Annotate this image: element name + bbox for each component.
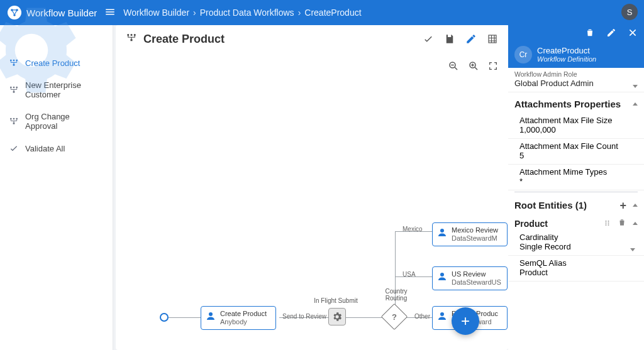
sidebar: Create Product New Enterprise Customer O… <box>0 25 113 350</box>
field-semql-alias[interactable]: SemQL Alias Product <box>508 256 644 282</box>
user-avatar[interactable]: S <box>621 4 638 20</box>
edge <box>346 317 385 318</box>
svg-point-15 <box>127 34 129 36</box>
validate-button[interactable] <box>423 33 434 45</box>
node-decision[interactable]: ? <box>381 304 408 330</box>
svg-point-7 <box>10 87 12 89</box>
workflow-icon <box>126 32 137 46</box>
canvas-header: Create Product <box>116 25 508 53</box>
close-button[interactable] <box>628 28 638 40</box>
drag-handle-icon[interactable] <box>604 219 611 229</box>
node-subtitle: DataStewardM <box>452 234 502 243</box>
svg-point-30 <box>608 222 609 224</box>
properties-title: CreateProduct <box>537 46 596 55</box>
chevron-up-icon <box>633 102 638 106</box>
breadcrumb-item[interactable]: CreateProduct <box>304 8 361 18</box>
sidebar-item-new-enterprise-customer[interactable]: New Enterprise Customer <box>0 74 113 106</box>
svg-point-16 <box>131 34 133 36</box>
canvas-area: Create Product <box>113 25 508 350</box>
delete-entity-button[interactable] <box>618 218 626 229</box>
svg-rect-14 <box>13 123 15 124</box>
svg-point-9 <box>16 87 18 89</box>
edit-button[interactable] <box>465 33 477 45</box>
svg-point-23 <box>440 229 444 232</box>
svg-point-31 <box>608 224 609 226</box>
svg-point-17 <box>134 34 136 36</box>
svg-point-4 <box>13 60 15 62</box>
person-icon <box>436 271 448 284</box>
person-icon <box>436 227 448 240</box>
workflow-icon <box>9 58 19 68</box>
section-root-entities[interactable]: Root Entities (1) + <box>508 194 644 214</box>
node-subtitle: Anybody <box>220 318 270 326</box>
start-node[interactable] <box>160 313 169 322</box>
svg-point-5 <box>16 60 18 62</box>
topbar: Workflow Builder Workflow Builder › Prod… <box>0 0 644 25</box>
person-icon <box>436 310 448 324</box>
field-cardinality[interactable]: Cardinality Single Record <box>508 230 644 256</box>
svg-point-25 <box>440 312 444 316</box>
edge-label: Mexico <box>402 226 423 232</box>
workflow-diagram[interactable]: Create Product Anybody Mexico Review Dat… <box>116 53 508 350</box>
node-create-product[interactable]: Create Product Anybody <box>201 306 276 330</box>
edit-button[interactable] <box>606 28 616 40</box>
app-brand: Workflow Builder <box>8 6 97 19</box>
delete-button[interactable] <box>585 28 595 40</box>
breadcrumb-item[interactable]: Workflow Builder <box>123 8 189 18</box>
node-title: Create Product <box>220 310 270 318</box>
edge <box>169 317 201 318</box>
sidebar-item-label: Create Product <box>25 58 80 68</box>
brand-title: Workflow Builder <box>26 8 97 18</box>
node-subtitle: DataStewardUS <box>452 278 502 287</box>
svg-point-3 <box>10 60 12 62</box>
svg-point-11 <box>10 118 12 120</box>
chevron-up-icon <box>633 204 638 207</box>
node-title: Mexico Review <box>452 226 502 234</box>
sidebar-item-label: Org Change Approval <box>25 112 104 131</box>
node-automation[interactable] <box>328 308 346 325</box>
sidebar-item-org-change-approval[interactable]: Org Change Approval <box>0 106 113 137</box>
edge-label: Other <box>414 313 430 320</box>
breadcrumb: Workflow Builder › Product Data Workflow… <box>123 8 361 18</box>
section-attachments[interactable]: Attachments Properties <box>508 92 644 113</box>
sidebar-item-create-product[interactable]: Create Product <box>0 52 113 74</box>
field-workflow-admin-role[interactable]: Workflow Admin Role Global Product Admin <box>508 68 644 92</box>
svg-rect-18 <box>131 39 133 41</box>
save-button[interactable] <box>444 33 455 45</box>
properties-header: Cr CreateProduct Workflow Definition <box>508 41 644 68</box>
svg-rect-10 <box>13 91 15 93</box>
edge-label: Send to Review <box>282 313 326 320</box>
svg-rect-6 <box>13 64 15 66</box>
svg-point-24 <box>440 273 444 276</box>
svg-point-12 <box>13 118 15 120</box>
gear-icon <box>331 311 343 322</box>
node-mexico-review[interactable]: Mexico Review DataStewardM <box>432 222 508 246</box>
add-entity-button[interactable]: + <box>619 201 626 210</box>
entity-product-header[interactable]: Product <box>508 214 644 230</box>
grid-view-button[interactable] <box>487 33 498 45</box>
svg-point-2 <box>13 14 16 16</box>
node-label: In Flight Submit <box>311 297 361 304</box>
field-attachment-max-size[interactable]: Attachment Max File Size 1,000,000 <box>508 113 644 139</box>
check-icon <box>9 143 19 153</box>
workflow-icon <box>9 116 19 126</box>
svg-point-26 <box>606 221 607 222</box>
svg-point-13 <box>16 118 18 120</box>
properties-panel: Cr CreateProduct Workflow Definition Wor… <box>508 25 644 350</box>
breadcrumb-item[interactable]: Product Data Workflows <box>200 8 294 18</box>
chevron-right-icon: › <box>298 8 301 18</box>
field-attachment-max-count[interactable]: Attachment Max File Count 5 <box>508 139 644 165</box>
sidebar-item-validate-all[interactable]: Validate All <box>0 137 113 160</box>
chevron-down-icon <box>633 85 638 88</box>
svg-point-29 <box>608 221 609 222</box>
field-attachment-mime-types[interactable]: Attachment Mime Types * <box>508 165 644 190</box>
svg-rect-19 <box>489 35 496 43</box>
properties-subtitle: Workflow Definition <box>537 55 596 63</box>
add-node-button[interactable]: + <box>452 307 479 335</box>
menu-toggle-button[interactable] <box>104 6 116 19</box>
node-us-review[interactable]: US Review DataStewardUS <box>432 266 508 290</box>
node-label: CountryRouting <box>382 288 410 302</box>
edge-label: USA <box>402 271 416 278</box>
chevron-up-icon <box>633 222 638 225</box>
entity-badge: Cr <box>514 46 532 63</box>
